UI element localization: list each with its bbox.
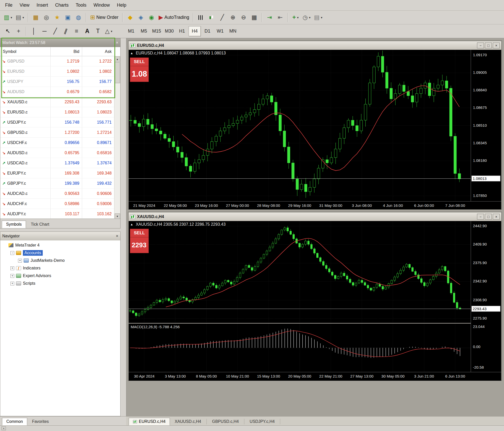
sell-button[interactable]: SELL: [130, 58, 149, 66]
metaeditor-button[interactable]: ◆: [125, 12, 136, 23]
nav-item-scripts[interactable]: +Scripts: [0, 280, 120, 287]
nav-item-justmarkets-demo[interactable]: +JustMarkets-Demo: [0, 257, 120, 264]
scroll-down-icon[interactable]: ▼: [115, 213, 120, 219]
nav-item-accounts[interactable]: −Accounts: [0, 249, 120, 257]
collapse-icon[interactable]: −: [10, 251, 14, 255]
menu-charts[interactable]: Charts: [53, 3, 74, 8]
market-watch-row-audusd[interactable]: ↘AUDUSD0.65790.6582: [0, 87, 114, 97]
chart-window-titlebar[interactable]: EURUSD.c,H4 − □ ×: [129, 41, 501, 50]
periods-button[interactable]: ◷▾: [301, 12, 312, 23]
line-chart-button[interactable]: ╱: [217, 12, 228, 23]
strategy-tester-button[interactable]: ◍: [73, 12, 84, 23]
market-watch-scrollbar[interactable]: ▲ ▼: [114, 56, 120, 219]
tab-tick-chart[interactable]: Tick Chart: [26, 221, 53, 228]
scroll-up-icon[interactable]: ▲: [115, 56, 120, 62]
vertical-line-button[interactable]: │: [28, 26, 39, 37]
market-watch-row-gbpusd.c[interactable]: ↘GBPUSD.c1.272001.27214: [0, 127, 114, 138]
crosshair-tool-button[interactable]: +: [13, 26, 24, 37]
timeframe-h4-button[interactable]: H4: [189, 26, 201, 36]
cursor-tool-button[interactable]: ↖: [3, 26, 13, 37]
channel-button[interactable]: ∥: [61, 26, 71, 37]
data-window-button[interactable]: ◎: [41, 12, 52, 23]
nav-item-metatrader-4[interactable]: MetaTrader 4: [0, 241, 120, 249]
tab-favorites[interactable]: Favorites: [28, 418, 53, 425]
text-label-button[interactable]: T: [93, 26, 103, 37]
market-watch-row-audcad.c[interactable]: ↘AUDCAD.c0.905630.90606: [0, 189, 114, 199]
menu-file[interactable]: File: [3, 3, 18, 8]
chart-window-eurusd[interactable]: EURUSD.c,H4 − □ × ▲EURUSD.c,H4 1.08047 1…: [128, 41, 502, 209]
zoom-out-button[interactable]: ⊖: [238, 12, 249, 23]
oneclick-expand-icon[interactable]: ▲: [130, 223, 133, 226]
timeframe-h1-button[interactable]: H1: [176, 26, 188, 36]
timeframe-m30-button[interactable]: M30: [163, 26, 175, 36]
community-button[interactable]: ◉: [146, 12, 157, 23]
market-watch-button[interactable]: ▦: [31, 12, 41, 23]
chart-window-xauusd[interactable]: XAUUSD.c,H4 − □ × ▲XAUUSD.c,H4 2305.56 2…: [128, 212, 502, 381]
market-watch-row-usdcad.c[interactable]: ↗USDCAD.c1.376491.37674: [0, 158, 114, 168]
sell-button[interactable]: SELL: [130, 229, 149, 237]
market-watch-row-eurusd.c[interactable]: ↘EURUSD.c1.080131.08023: [0, 107, 114, 117]
chart-shift-button[interactable]: ⇤: [275, 12, 286, 23]
text-tool-button[interactable]: A: [82, 26, 93, 37]
menu-help[interactable]: Help: [115, 3, 131, 8]
chart-tab-gbpusd-c-h4[interactable]: GBPUSD.c,H4: [208, 418, 243, 425]
market-watch-row-eurusd[interactable]: ↘EURUSD1.08021.0802: [0, 66, 114, 77]
fibonacci-button[interactable]: ≡: [71, 26, 82, 37]
timeframe-d1-button[interactable]: D1: [201, 26, 214, 36]
menu-window[interactable]: Window: [92, 3, 115, 8]
column-header-symbol[interactable]: Symbol: [0, 47, 51, 56]
navigator-button[interactable]: ★: [52, 12, 63, 23]
navigator-titlebar[interactable]: Navigator ×: [0, 232, 120, 240]
templates-button[interactable]: ▤▾: [312, 12, 324, 23]
indicators-button[interactable]: +▾: [290, 12, 301, 23]
menu-tools[interactable]: Tools: [74, 3, 92, 8]
market-watch-row-eurjpy.c[interactable]: ↘EURJPY.c169.308169.348: [0, 168, 114, 178]
chart-window-titlebar[interactable]: XAUUSD.c,H4 − □ ×: [129, 212, 501, 221]
autotrading-button[interactable]: ▶AutoTrading: [157, 12, 191, 23]
menu-insert[interactable]: Insert: [35, 3, 53, 8]
market-watch-row-audusd.c[interactable]: ↘AUDUSD.c0.657950.65816: [0, 148, 114, 158]
expand-icon[interactable]: +: [10, 274, 14, 278]
profiles-button[interactable]: ▤▾: [14, 12, 26, 23]
column-header-bid[interactable]: Bid: [51, 47, 82, 56]
chart-tab-usdjpy-c-h4[interactable]: USDJPY.c,H4: [245, 418, 279, 425]
timeframe-m5-button[interactable]: M5: [138, 26, 150, 36]
trendline-button[interactable]: ╱: [50, 26, 61, 37]
eurusd-chart-plot[interactable]: ▲EURUSD.c,H4 1.08047 1.08068 1.07993 1.0…: [129, 50, 471, 201]
zoom-in-button[interactable]: ⊕: [228, 12, 238, 23]
expand-icon[interactable]: +: [10, 282, 14, 285]
horizontal-line-button[interactable]: ─: [39, 26, 50, 37]
macd-panel[interactable]: MACD(12,26,9) -5.788 4.256: [129, 324, 471, 372]
candlestick-button[interactable]: [206, 12, 217, 23]
menu-view[interactable]: View: [18, 3, 35, 8]
column-header-ask[interactable]: Ask: [82, 47, 114, 56]
close-button[interactable]: ×: [493, 214, 500, 220]
close-icon[interactable]: ×: [116, 234, 118, 238]
xauusd-chart-plot[interactable]: ▲XAUUSD.c,H4 2305.56 2307.12 2286.75 229…: [129, 221, 471, 323]
auto-scroll-button[interactable]: ⇥: [264, 12, 275, 23]
chart-tab-eurusd-c-h4[interactable]: EURUSD.c,H4: [129, 418, 170, 425]
chart-tab-xauusd-c-h4[interactable]: XAUUSD.c,H4: [170, 418, 205, 425]
market-watch-row-audchf.c[interactable]: ↘AUDCHF.c0.589860.59006: [0, 199, 114, 209]
market-watch-row-usdchf.c[interactable]: ↗USDCHF.c0.896560.89671: [0, 138, 114, 148]
bar-chart-button[interactable]: [196, 12, 206, 23]
timeframe-m15-button[interactable]: M15: [151, 26, 163, 36]
experts-button[interactable]: ◈: [136, 12, 146, 23]
minimize-button[interactable]: −: [477, 42, 484, 48]
close-icon[interactable]: ×: [116, 41, 118, 45]
timeframe-mn-button[interactable]: MN: [227, 26, 239, 36]
market-watch-row-usdjpy[interactable]: ↗USDJPY156.75156.77: [0, 77, 114, 87]
oneclick-expand-icon[interactable]: ▲: [130, 51, 133, 55]
restore-button[interactable]: □: [485, 42, 492, 48]
market-watch-row-gbpjpy.c[interactable]: ↗GBPJPY.c199.389199.432: [0, 178, 114, 189]
nav-item-expert-advisors[interactable]: +Expert Advisors: [0, 272, 120, 280]
minimize-button[interactable]: −: [477, 214, 484, 220]
timeframe-w1-button[interactable]: W1: [214, 26, 226, 36]
expand-icon[interactable]: +: [10, 266, 14, 270]
market-watch-titlebar[interactable]: Market Watch: 23:57:58 ×: [0, 38, 120, 47]
terminal-button[interactable]: ▣: [63, 12, 73, 23]
timeframe-m1-button[interactable]: M1: [125, 26, 137, 36]
market-watch-row-usdjpy.c[interactable]: ↗USDJPY.c156.748156.771: [0, 117, 114, 127]
new-order-button[interactable]: ⊞New Order: [88, 12, 120, 23]
restore-button[interactable]: □: [485, 214, 492, 220]
